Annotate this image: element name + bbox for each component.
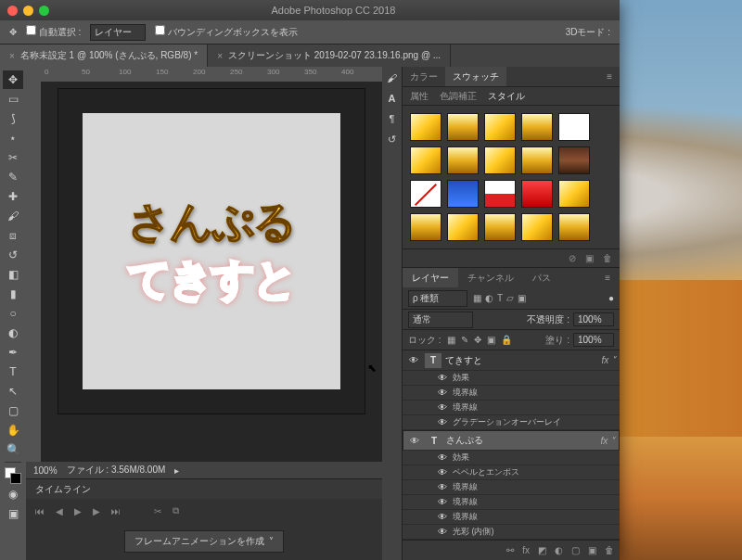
style-swatch[interactable]	[521, 180, 553, 208]
tl-transition-icon[interactable]: ⧉	[173, 505, 179, 516]
fg-bg-swatch[interactable]	[3, 465, 23, 484]
lock-artboard-icon[interactable]: ▣	[487, 335, 495, 345]
type-layer-icon[interactable]: T	[425, 353, 441, 368]
fx-icon[interactable]: fx	[522, 545, 530, 555]
style-swatch[interactable]	[558, 213, 590, 241]
fill-input[interactable]: 100%	[573, 333, 614, 347]
panel-menu-icon[interactable]: ≡	[595, 268, 620, 287]
opacity-input[interactable]: 100%	[573, 312, 614, 326]
auto-select-toggle[interactable]: 自動選択 :	[26, 25, 81, 39]
layer-effect-row[interactable]: 👁効果	[403, 371, 620, 386]
lock-all-icon[interactable]: 🔒	[501, 335, 512, 345]
visibility-icon[interactable]: 👁	[436, 467, 449, 477]
lock-position-icon[interactable]: ✥	[474, 335, 481, 345]
char-panel-icon[interactable]: A	[385, 91, 400, 106]
ruler-origin[interactable]	[26, 67, 41, 82]
minimize-icon[interactable]	[23, 6, 33, 16]
visibility-icon[interactable]: 👁	[436, 417, 449, 427]
doc-tab-1[interactable]: ×名称未設定 1 @ 100% (さんぷる, RGB/8) *	[0, 45, 208, 67]
layer-effect-row[interactable]: 👁光彩 (内側)	[403, 525, 620, 540]
subtab-adjust[interactable]: 色調補正	[440, 90, 477, 103]
layer-effect-row[interactable]: 👁グラデーションオーバーレイ	[403, 415, 620, 430]
style-swatch[interactable]	[410, 213, 441, 241]
style-swatch[interactable]	[484, 113, 516, 141]
layer-effect-row[interactable]: 👁ベベルとエンボス	[403, 465, 620, 480]
type-tool[interactable]: T	[3, 363, 23, 381]
new-layer-icon[interactable]: ▣	[588, 545, 596, 555]
visibility-icon[interactable]: 👁	[436, 512, 449, 522]
layer-name[interactable]: さんぷる	[446, 434, 596, 447]
layer-row[interactable]: 👁Tてきすとfx ˅	[403, 350, 620, 371]
filter-shape-icon[interactable]: ▱	[506, 293, 514, 303]
history-panel-icon[interactable]: ↺	[385, 132, 400, 146]
filter-toggle[interactable]: ●	[608, 293, 614, 303]
text-layer-2[interactable]: てきすと	[128, 251, 295, 309]
hand-tool[interactable]: ✋	[3, 421, 23, 439]
history-brush-tool[interactable]: ↺	[3, 246, 23, 264]
zoom-icon[interactable]	[39, 6, 49, 16]
style-swatch[interactable]	[521, 213, 553, 241]
filter-type-icon[interactable]: T	[497, 293, 503, 303]
visibility-icon[interactable]: 👁	[436, 452, 449, 463]
fx-badge[interactable]: fx ˅	[601, 355, 616, 365]
close-tab-icon[interactable]: ×	[9, 51, 15, 61]
mask-icon[interactable]: ◩	[538, 545, 546, 555]
layer-filter-kind[interactable]: ρ 種類	[408, 290, 467, 307]
move-tool[interactable]: ✥	[3, 70, 23, 89]
quick-mask-button[interactable]: ◉	[3, 485, 23, 503]
style-swatch[interactable]	[447, 113, 479, 141]
para-panel-icon[interactable]: ¶	[385, 111, 400, 126]
style-swatch[interactable]	[410, 146, 441, 174]
style-swatch[interactable]	[484, 213, 516, 241]
marquee-tool[interactable]: ▭	[3, 90, 23, 108]
style-swatch[interactable]	[484, 146, 516, 174]
crop-tool[interactable]: ✂	[3, 148, 23, 167]
style-swatch[interactable]	[558, 146, 590, 174]
lock-brush-icon[interactable]: ✎	[461, 335, 468, 345]
tl-cut-icon[interactable]: ✂	[154, 506, 161, 516]
artboard[interactable]: さんぷる てきすと	[58, 89, 365, 414]
style-swatch[interactable]	[484, 180, 516, 208]
layer-row[interactable]: 👁Tさんぷるfx ˅	[403, 430, 620, 451]
filter-image-icon[interactable]: ▦	[473, 293, 481, 303]
subtab-styles[interactable]: スタイル	[488, 90, 525, 103]
screen-mode-button[interactable]: ▣	[3, 504, 23, 523]
new-style-icon[interactable]: ▣	[585, 253, 594, 263]
style-swatch-none[interactable]	[410, 180, 441, 208]
close-icon[interactable]	[7, 6, 18, 16]
tl-last-icon[interactable]: ⏭	[111, 506, 121, 516]
link-layers-icon[interactable]: ⚯	[506, 545, 514, 555]
tl-prev-icon[interactable]: ◀	[56, 506, 63, 516]
style-swatch[interactable]	[521, 113, 553, 141]
visibility-icon[interactable]: 👁	[436, 482, 449, 492]
style-swatch[interactable]	[521, 146, 553, 174]
group-icon[interactable]: ▢	[571, 545, 580, 555]
layer-effect-row[interactable]: 👁境界線	[403, 480, 620, 495]
style-swatch[interactable]	[447, 180, 479, 208]
eraser-tool[interactable]: ◧	[3, 265, 23, 284]
layer-effect-row[interactable]: 👁境界線	[403, 495, 620, 510]
zoom-tool[interactable]: 🔍	[3, 440, 23, 459]
style-swatch[interactable]	[558, 113, 590, 141]
filter-adjust-icon[interactable]: ◐	[485, 293, 493, 303]
visibility-icon[interactable]: 👁	[436, 527, 449, 537]
create-frame-anim-button[interactable]: フレームアニメーションを作成 ˅	[124, 530, 285, 553]
visibility-icon[interactable]: 👁	[406, 355, 421, 365]
layer-effect-row[interactable]: 👁効果	[403, 451, 620, 465]
delete-layer-icon[interactable]: 🗑	[605, 545, 614, 555]
ruler-horizontal[interactable]: 050100150200250300350400	[41, 67, 382, 82]
timeline-header[interactable]: タイムライン	[26, 478, 382, 499]
type-layer-icon[interactable]: T	[426, 433, 442, 448]
blur-tool[interactable]: ○	[3, 304, 23, 323]
tab-swatch[interactable]: スウォッチ	[445, 67, 506, 86]
zoom-level[interactable]: 100%	[33, 465, 58, 476]
status-chevron-icon[interactable]: ▸	[174, 465, 179, 476]
canvas-viewport[interactable]: さんぷる てきすと ⬉	[41, 82, 382, 462]
brush-tool[interactable]: 🖌	[3, 207, 23, 225]
doc-tab-2[interactable]: ×スクリーンショット 2019-02-07 23.19.16.png @ ...	[208, 45, 451, 67]
ruler-vertical[interactable]	[26, 82, 41, 462]
adjustment-icon[interactable]: ◐	[555, 545, 563, 555]
shape-tool[interactable]: ▢	[3, 401, 23, 420]
visibility-icon[interactable]: 👁	[436, 388, 449, 398]
layer-effect-row[interactable]: 👁境界線	[403, 386, 620, 401]
